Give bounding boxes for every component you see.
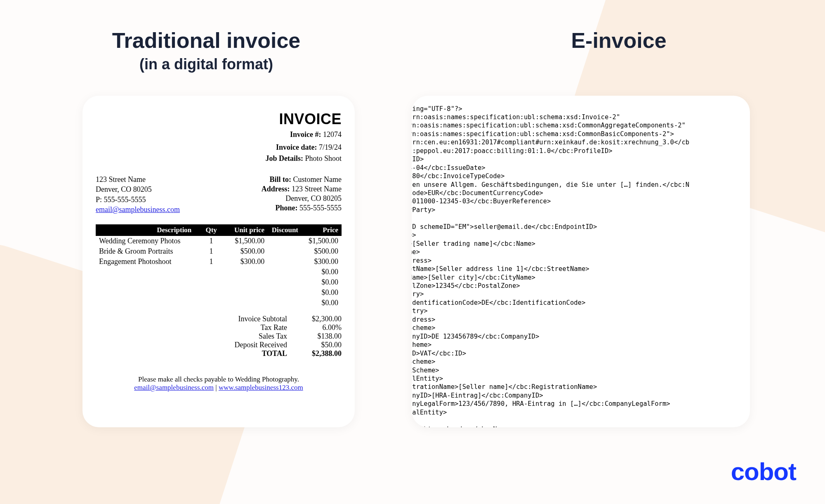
bill-to-label: Bill to: [270, 175, 292, 184]
col-price: Price [302, 224, 342, 236]
from-line1: 123 Street Name [96, 174, 209, 184]
cell-price: $0.00 [302, 267, 342, 277]
totals-value: $2,300.00 [296, 315, 342, 323]
invoice-date-label: Invoice date: [276, 143, 317, 151]
footer-line1: Please make all checks payable to Weddin… [96, 375, 342, 384]
invoice-job-row: Job Details: Photo Shoot [96, 154, 342, 163]
cell-qty [199, 298, 224, 308]
footer-email-link[interactable]: email@samplebusiness.com [134, 384, 214, 391]
from-line2: Denver, CO 80205 [96, 184, 209, 194]
totals-label: Tax Rate [205, 323, 296, 332]
footer-separator: | [214, 384, 219, 391]
cell-price: $0.00 [302, 287, 342, 298]
cell-discount [268, 246, 302, 257]
totals-label: TOTAL [205, 349, 296, 358]
invoice-number-label: Invoice #: [290, 130, 321, 139]
bill-address2: Denver, CO 80205 [285, 194, 342, 203]
invoice-address-block: 123 Street Name Denver, CO 80205 P: 555-… [96, 174, 342, 214]
traditional-invoice-card: INVOICE Invoice #: 12074 Invoice date: 7… [82, 96, 355, 427]
invoice-job-value: Photo Shoot [305, 154, 342, 163]
cell-unit-price [224, 298, 268, 308]
cell-price: $0.00 [302, 277, 342, 287]
bill-to-block: Bill to: Customer Name Address: 123 Stre… [209, 174, 342, 214]
cell-qty [199, 287, 224, 298]
cell-discount [268, 257, 302, 267]
title-einvoice-main: E-invoice [412, 29, 825, 52]
title-traditional-sub: (in a digital format) [0, 56, 412, 73]
cell-price: $1,500.00 [302, 236, 342, 246]
from-address: 123 Street Name Denver, CO 80205 P: 555-… [96, 174, 209, 214]
table-row: $0.00 [96, 287, 342, 298]
totals-row: Tax Rate6.00% [96, 323, 342, 332]
cell-price: $0.00 [302, 298, 342, 308]
cell-qty [199, 267, 224, 277]
cell-price: $500.00 [302, 246, 342, 257]
title-einvoice: E-invoice [412, 29, 825, 73]
cell-description [96, 267, 199, 277]
totals-value: 6.00% [296, 323, 342, 332]
cell-description: Bride & Groom Portraits [96, 246, 199, 257]
cell-unit-price [224, 287, 268, 298]
table-row: Wedding Ceremony Photos1$1,500.00$1,500.… [96, 236, 342, 246]
cell-discount [268, 298, 302, 308]
bill-to-value: Customer Name [293, 175, 342, 184]
table-row: Bride & Groom Portraits1$500.00$500.00 [96, 246, 342, 257]
cobot-logo: cobot [731, 457, 796, 486]
cell-description [96, 298, 199, 308]
cell-unit-price [224, 267, 268, 277]
cell-discount [268, 236, 302, 246]
from-line3: P: 555-555-5555 [96, 195, 209, 205]
totals-label: Invoice Subtotal [205, 315, 296, 323]
col-unit-price: Unit price [224, 224, 268, 236]
cell-description: Wedding Ceremony Photos [96, 236, 199, 246]
bill-address1: 123 Street Name [292, 185, 342, 193]
invoice-number-value: 12074 [323, 130, 342, 139]
cell-price: $300.00 [302, 257, 342, 267]
totals-value: $138.00 [296, 332, 342, 341]
totals-label: Deposit Received [205, 341, 296, 349]
cell-unit-price [224, 277, 268, 287]
bill-phone-label: Phone: [275, 204, 297, 212]
col-description: Description [96, 224, 199, 236]
totals-value: $50.00 [296, 341, 342, 349]
title-traditional: Traditional invoice (in a digital format… [0, 29, 412, 73]
totals-label: Sales Tax [205, 332, 296, 341]
cell-unit-price: $1,500.00 [224, 236, 268, 246]
invoice-date-value: 7/19/24 [319, 143, 342, 151]
title-traditional-main: Traditional invoice [0, 29, 412, 52]
table-row: $0.00 [96, 267, 342, 277]
totals-value: $2,388.00 [296, 349, 342, 358]
table-row: $0.00 [96, 298, 342, 308]
line-items-table: Description Qty Unit price Discount Pric… [96, 224, 342, 308]
cell-description [96, 287, 199, 298]
invoice-date-row: Invoice date: 7/19/24 [96, 143, 342, 152]
bill-phone-value: 555-555-5555 [299, 204, 342, 212]
totals-row: TOTAL$2,388.00 [96, 349, 342, 358]
totals-row: Invoice Subtotal$2,300.00 [96, 315, 342, 323]
totals-row: Sales Tax$138.00 [96, 332, 342, 341]
cell-description: Engagement Photoshoot [96, 257, 199, 267]
cell-description [96, 277, 199, 287]
cell-discount [268, 287, 302, 298]
cell-unit-price: $500.00 [224, 246, 268, 257]
col-discount: Discount [268, 224, 302, 236]
cell-qty: 1 [199, 257, 224, 267]
cell-unit-price: $300.00 [224, 257, 268, 267]
table-row: Engagement Photoshoot1$300.00$300.00 [96, 257, 342, 267]
einvoice-xml-content: oding="UTF-8"?> s="urn:oasis:names:speci… [412, 105, 689, 428]
einvoice-card: oding="UTF-8"?> s="urn:oasis:names:speci… [412, 96, 750, 427]
invoice-heading: INVOICE [96, 111, 342, 128]
cell-qty: 1 [199, 246, 224, 257]
invoice-number-row: Invoice #: 12074 [96, 130, 342, 139]
cell-discount [268, 267, 302, 277]
totals-block: Invoice Subtotal$2,300.00Tax Rate6.00%Sa… [96, 315, 342, 358]
footer-website-link[interactable]: www.samplebusiness123.com [219, 384, 303, 391]
from-email-link[interactable]: email@samplebusiness.com [96, 205, 180, 214]
cell-qty: 1 [199, 236, 224, 246]
totals-row: Deposit Received$50.00 [96, 341, 342, 349]
table-row: $0.00 [96, 277, 342, 287]
cell-qty [199, 277, 224, 287]
brand-text: cobot [731, 458, 796, 485]
bill-address-label: Address: [262, 185, 290, 193]
invoice-job-label: Job Details: [265, 154, 303, 163]
